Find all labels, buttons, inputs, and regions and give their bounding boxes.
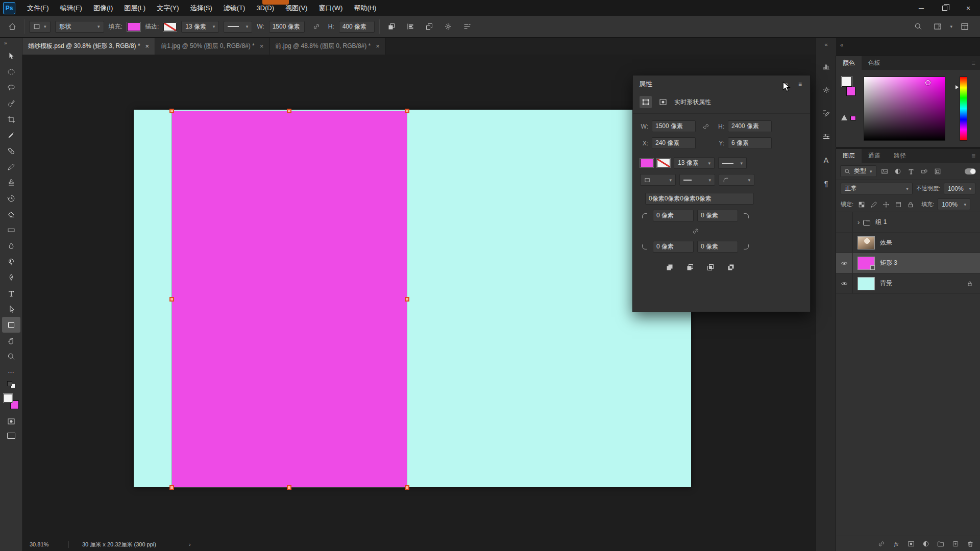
exclude-overlapping-shapes-button[interactable] [724,261,738,273]
combine-shapes-button[interactable] [663,261,677,273]
color-picker-cursor[interactable] [925,80,930,85]
close-icon[interactable]: × [145,42,150,50]
opacity-select[interactable]: 100% ▾ [944,183,975,194]
corner-top-right-input[interactable] [697,210,738,221]
collapse-panels-icon[interactable]: « [840,42,843,48]
shape-x-input[interactable] [652,137,696,149]
tab-channels[interactable]: 通道 [862,149,887,163]
pen-tool[interactable] [2,269,20,285]
menu-image[interactable]: 图像(I) [88,0,118,16]
type-tool[interactable] [2,285,20,301]
visibility-toggle[interactable] [836,233,853,253]
shape-width-input[interactable] [269,21,305,33]
character-panel-icon[interactable]: A [818,152,835,168]
panel-menu-icon[interactable]: ≡ [967,56,980,70]
layer-thumbnail[interactable] [857,277,875,290]
document-tab-2[interactable]: 前1.jpg @ 50% (图层 0, RGB/8#) * × [155,38,270,55]
chevron-down-icon[interactable]: ▾ [950,24,952,29]
corner-top-left-input[interactable] [653,210,694,221]
stroke-caps-select[interactable]: ▾ [679,174,715,186]
group-expand-icon[interactable]: › [857,218,860,226]
restore-button[interactable] [933,0,957,16]
new-adjustment-layer-button[interactable] [921,539,930,548]
layer-row-rectangle-3[interactable]: 矩形 3 [836,253,980,273]
filter-adjustment-layers-icon[interactable] [893,166,903,177]
layer-filtering-toggle[interactable] [965,168,976,174]
layer-style-fx-button[interactable] [892,539,901,548]
tab-color[interactable]: 颜色 [836,56,862,70]
lock-transparent-pixels-icon[interactable] [857,200,866,209]
corner-radii-summary-input[interactable] [645,193,754,205]
layer-name[interactable]: 效果 [880,238,892,247]
new-layer-button[interactable] [951,539,960,548]
zoom-level-field[interactable]: 30.81% [30,541,59,547]
transform-handle-top-right[interactable] [405,109,409,113]
path-alignment-button[interactable] [403,19,418,34]
tool-preset-picker[interactable]: ▾ [29,21,51,33]
panel-menu-icon[interactable]: ≡ [967,149,980,163]
layer-thumbnail[interactable] [857,257,875,270]
transform-handle-bottom-middle[interactable] [287,485,291,490]
layer-row-effects[interactable]: 效果 [836,233,980,253]
lasso-tool[interactable] [2,80,20,95]
search-icon[interactable] [911,19,925,34]
status-options-icon[interactable]: › [189,541,191,547]
lock-artboard-icon[interactable] [894,200,902,209]
screen-mode-button[interactable] [7,433,15,439]
fill-opacity-select[interactable]: 100% ▾ [938,198,970,210]
menu-filter[interactable]: 滤镜(T) [218,0,251,16]
move-tool[interactable] [2,48,20,64]
stroke-width-select[interactable]: 13 像素 ▾ [181,21,219,33]
hue-slider[interactable] [960,77,967,141]
tab-swatches[interactable]: 色板 [862,56,887,70]
close-icon[interactable]: × [376,42,380,50]
fill-color-swatch[interactable] [127,22,140,31]
link-corners-icon[interactable] [689,228,702,235]
collapse-panel-icon[interactable]: » [782,80,790,89]
path-selection-tool[interactable] [2,301,20,317]
collapse-dock-icon[interactable]: « [816,38,836,51]
marquee-tool[interactable] [2,64,20,80]
delete-layer-button[interactable] [966,539,975,548]
filter-smart-objects-icon[interactable] [933,166,943,177]
healing-brush-tool[interactable] [2,143,20,159]
intersect-shapes-button[interactable] [703,261,718,273]
rectangle-tool[interactable] [2,317,20,333]
filter-type-select[interactable]: 类型 ▾ [840,165,876,177]
eraser-tool[interactable] [2,206,20,222]
stroke-color-swatch[interactable] [163,22,177,31]
add-layer-mask-button[interactable] [906,539,916,548]
layer-name[interactable]: 背景 [880,279,892,288]
foreground-color-swatch[interactable] [4,394,12,403]
adjustments-panel-icon[interactable] [818,129,835,145]
transform-handle-top-left[interactable] [169,109,174,113]
filter-shape-layers-icon[interactable] [919,166,929,177]
foreground-color-swatch[interactable] [842,77,852,87]
fill-color-swatch[interactable] [640,159,653,167]
gamut-warning-icon[interactable] [841,115,847,120]
minimize-button[interactable]: ─ [910,0,933,16]
gamut-color-swatch[interactable] [850,116,856,120]
tool-mode-select[interactable]: 形状 ▾ [55,21,104,33]
canvas-document[interactable] [134,110,691,487]
expand-tools-icon[interactable]: » [0,38,22,48]
panel-arrangement-icon[interactable] [930,19,945,34]
masks-icon[interactable] [657,96,669,108]
menu-edit[interactable]: 编辑(E) [55,0,88,16]
link-dimensions-icon[interactable] [699,123,713,130]
link-dimensions-icon[interactable] [309,19,324,34]
dodge-tool[interactable] [2,254,20,269]
saturation-brightness-field[interactable] [864,77,945,141]
visibility-toggle[interactable] [836,253,853,273]
stroke-type-select[interactable]: ▾ [718,157,747,169]
corner-bottom-left-input[interactable] [653,241,694,253]
background-color-swatch[interactable] [846,87,855,96]
layer-row-group-1[interactable]: › 组 1 [836,212,980,233]
blur-tool[interactable] [2,238,20,254]
panel-menu-icon[interactable]: ≡ [796,80,804,89]
properties-panel-icon[interactable] [818,82,835,98]
histogram-panel-icon[interactable] [818,58,835,74]
stroke-align-select[interactable]: ▾ [640,174,676,186]
shape-width-input[interactable] [652,120,696,132]
menu-file[interactable]: 文件(F) [21,0,55,16]
